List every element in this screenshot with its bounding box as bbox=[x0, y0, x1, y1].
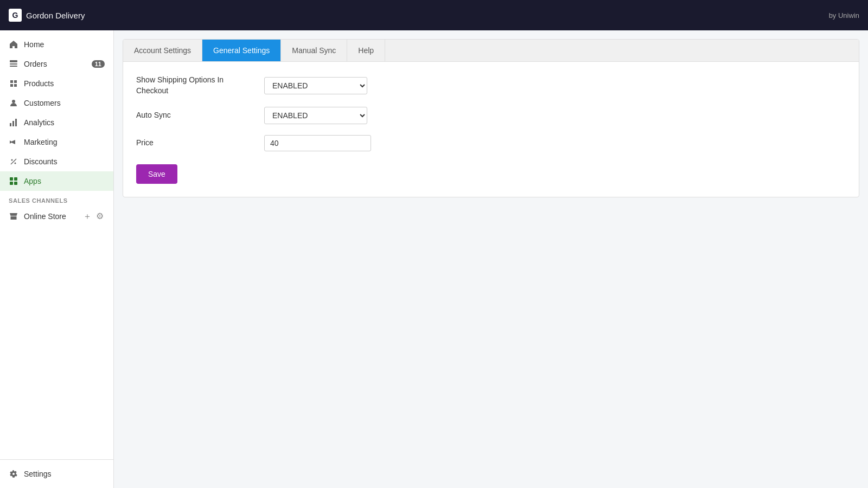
tabs-bar: Account Settings General Settings Manual… bbox=[123, 40, 859, 62]
byline: by Uniwin bbox=[829, 11, 859, 20]
svg-rect-10 bbox=[10, 177, 13, 181]
svg-point-7 bbox=[11, 159, 13, 161]
online-store-label: Online Store bbox=[24, 212, 66, 221]
sales-channel-actions: ＋ ⚙ bbox=[82, 211, 105, 222]
svg-rect-13 bbox=[14, 182, 17, 185]
sidebar-item-discounts[interactable]: Discounts bbox=[0, 152, 113, 171]
store-icon bbox=[9, 211, 18, 221]
svg-rect-4 bbox=[10, 123, 11, 126]
price-row: Price bbox=[136, 135, 846, 151]
home-icon bbox=[9, 40, 18, 49]
customers-icon bbox=[9, 98, 18, 108]
tab-general-settings[interactable]: General Settings bbox=[202, 40, 281, 61]
sales-channel-settings-button[interactable]: ⚙ bbox=[95, 211, 105, 222]
show-shipping-select[interactable]: ENABLED DISABLED bbox=[264, 77, 367, 94]
sidebar-item-settings[interactable]: Settings bbox=[0, 464, 113, 484]
svg-rect-6 bbox=[15, 119, 17, 126]
sidebar-item-apps[interactable]: Apps bbox=[0, 171, 113, 191]
main-content: Account Settings General Settings Manual… bbox=[114, 30, 868, 488]
top-bar: G Gordon Delivery by Uniwin bbox=[0, 0, 868, 30]
products-icon bbox=[9, 79, 18, 88]
brand: G Gordon Delivery bbox=[9, 9, 85, 22]
sidebar-item-analytics-label: Analytics bbox=[24, 118, 54, 127]
auto-sync-label: Auto Sync bbox=[136, 110, 256, 121]
tab-help[interactable]: Help bbox=[347, 40, 385, 61]
show-shipping-label: Show Shipping Options In Checkout bbox=[136, 75, 256, 96]
svg-rect-11 bbox=[14, 177, 17, 181]
sidebar-item-orders[interactable]: Orders 11 bbox=[0, 54, 113, 74]
sidebar: Home Orders 11 Products bbox=[0, 30, 114, 488]
analytics-icon bbox=[9, 118, 18, 127]
svg-rect-12 bbox=[10, 182, 13, 185]
price-label: Price bbox=[136, 138, 256, 149]
settings-card: Account Settings General Settings Manual… bbox=[123, 39, 859, 197]
sidebar-item-marketing[interactable]: Marketing bbox=[0, 132, 113, 152]
sidebar-item-home-label: Home bbox=[24, 40, 44, 49]
settings-form: Show Shipping Options In Checkout ENABLE… bbox=[123, 62, 859, 197]
apps-icon bbox=[9, 176, 18, 186]
sidebar-item-analytics[interactable]: Analytics bbox=[0, 113, 113, 132]
orders-badge: 11 bbox=[92, 60, 105, 68]
sidebar-item-settings-label: Settings bbox=[24, 470, 52, 478]
sales-channels-section-label: SALES CHANNELS bbox=[0, 191, 113, 206]
sidebar-item-discounts-label: Discounts bbox=[24, 157, 57, 166]
brand-icon: G bbox=[9, 9, 22, 22]
sidebar-item-apps-label: Apps bbox=[24, 177, 41, 185]
marketing-icon bbox=[9, 137, 18, 147]
discounts-icon bbox=[9, 157, 18, 166]
add-sales-channel-button[interactable]: ＋ bbox=[82, 211, 93, 222]
brand-name: Gordon Delivery bbox=[26, 11, 85, 20]
svg-point-3 bbox=[12, 100, 15, 103]
show-shipping-row: Show Shipping Options In Checkout ENABLE… bbox=[136, 75, 846, 96]
sidebar-item-products-label: Products bbox=[24, 79, 54, 88]
svg-rect-0 bbox=[10, 60, 17, 62]
settings-icon bbox=[9, 469, 18, 479]
sidebar-item-products[interactable]: Products bbox=[0, 74, 113, 93]
svg-rect-1 bbox=[10, 63, 17, 65]
sidebar-item-customers-label: Customers bbox=[24, 99, 61, 107]
sidebar-item-customers[interactable]: Customers bbox=[0, 93, 113, 113]
tab-manual-sync[interactable]: Manual Sync bbox=[281, 40, 347, 61]
sidebar-nav: Home Orders 11 Products bbox=[0, 30, 113, 459]
sidebar-bottom: Settings bbox=[0, 459, 113, 488]
auto-sync-row: Auto Sync ENABLED DISABLED bbox=[136, 107, 846, 124]
sidebar-item-marketing-label: Marketing bbox=[24, 138, 57, 146]
svg-rect-2 bbox=[10, 66, 17, 67]
save-button[interactable]: Save bbox=[136, 164, 177, 184]
price-input[interactable] bbox=[264, 135, 371, 151]
sidebar-item-orders-label: Orders bbox=[24, 60, 47, 68]
auto-sync-select[interactable]: ENABLED DISABLED bbox=[264, 107, 367, 124]
sidebar-item-home[interactable]: Home bbox=[0, 35, 113, 54]
tab-account-settings[interactable]: Account Settings bbox=[123, 40, 202, 61]
svg-rect-5 bbox=[12, 121, 14, 126]
svg-point-8 bbox=[15, 163, 16, 164]
sidebar-item-online-store[interactable]: Online Store ＋ ⚙ bbox=[0, 206, 113, 227]
orders-icon bbox=[9, 59, 18, 69]
